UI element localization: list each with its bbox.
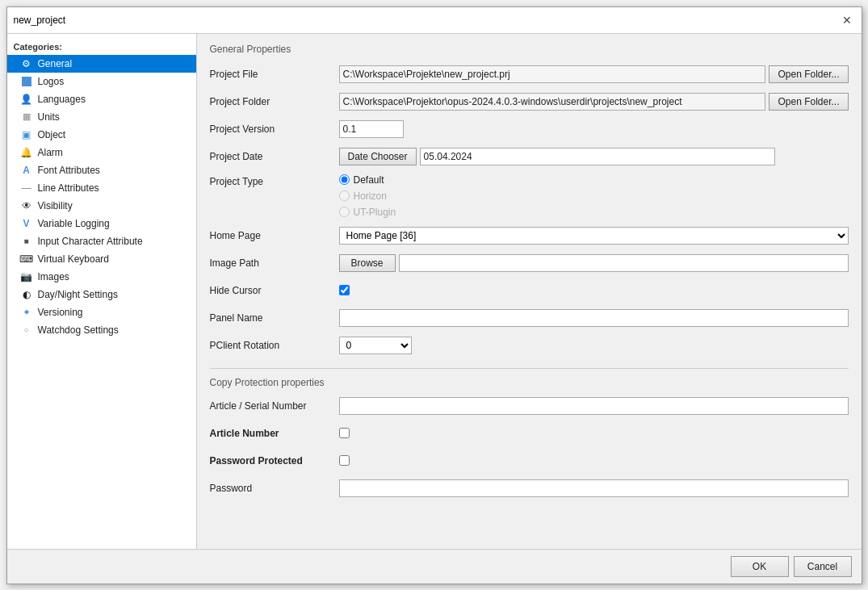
sidebar-item-label: Day/Night Settings <box>38 289 118 300</box>
sidebar-item-units[interactable]: ▦ Units <box>7 108 196 126</box>
project-date-row: Date Chooser <box>339 148 775 165</box>
project-date-input[interactable] <box>420 148 775 165</box>
sidebar-item-logos[interactable]: Logos <box>7 73 196 90</box>
project-folder-group: Project Folder Open Folder... <box>210 92 849 111</box>
sidebar-item-images[interactable]: 📷 Images <box>7 268 196 286</box>
hide-cursor-checkbox[interactable] <box>339 285 350 295</box>
project-type-group: Project Type Default Horizon UT-Plugin <box>210 174 849 218</box>
sidebar-item-day-night[interactable]: ◐ Day/Night Settings <box>7 286 196 303</box>
sidebar-item-label: Logos <box>38 76 65 87</box>
sidebar-item-label: Versioning <box>38 307 83 318</box>
sidebar-item-variable-logging[interactable]: V Variable Logging <box>7 215 196 232</box>
close-icon[interactable]: ✕ <box>839 12 855 28</box>
sidebar-item-virtual-keyboard[interactable]: ⌨ Virtual Keyboard <box>7 250 196 268</box>
diamond-icon: ✦ <box>20 306 33 319</box>
title-bar: new_project ✕ <box>7 7 862 34</box>
sidebar-item-alarm[interactable]: 🔔 Alarm <box>7 144 196 161</box>
home-page-label: Home Page <box>210 230 339 241</box>
sidebar-item-label: Languages <box>38 94 86 105</box>
pclient-rotation-select[interactable]: 0 90 180 270 <box>339 337 412 354</box>
project-version-input[interactable] <box>339 120 404 138</box>
sidebar-item-label: Visibility <box>38 200 73 211</box>
project-folder-input-group: Open Folder... <box>339 93 849 111</box>
copy-protection-title: Copy Protection properties <box>210 377 849 388</box>
password-protected-checkbox-wrap <box>339 455 350 466</box>
home-page-select[interactable]: Home Page [36] <box>339 227 849 245</box>
sidebar-item-label: Font Attributes <box>38 165 100 176</box>
open-folder-btn-1[interactable]: Open Folder... <box>769 65 848 83</box>
password-group: Password <box>210 479 849 498</box>
radio-default: Default <box>339 174 396 186</box>
project-file-group: Project File Open Folder... <box>210 65 849 84</box>
project-file-input[interactable] <box>339 65 766 83</box>
sidebar-item-label: Variable Logging <box>38 218 110 229</box>
project-folder-input[interactable] <box>339 93 766 111</box>
password-protected-label: Password Protected <box>210 455 339 467</box>
sidebar-item-label: Input Character Attribute <box>38 236 143 247</box>
project-folder-label: Project Folder <box>210 96 339 107</box>
sidebar-item-watchdog[interactable]: ○ Watchdog Settings <box>7 321 196 339</box>
open-folder-btn-2[interactable]: Open Folder... <box>769 93 848 111</box>
browse-btn[interactable]: Browse <box>339 254 396 272</box>
radio-ut-plugin-label: UT-Plugin <box>354 207 396 218</box>
grid-icon: ▦ <box>20 111 33 123</box>
keyboard-icon: ⌨ <box>20 253 33 266</box>
panel-name-input[interactable] <box>339 309 849 327</box>
radio-horizon-label: Horizon <box>354 190 387 202</box>
sidebar-item-input-char-attr[interactable]: ■ Input Character Attribute <box>7 232 196 250</box>
sidebar-item-label: Watchdog Settings <box>38 324 119 336</box>
dialog-footer: OK Cancel <box>7 549 862 584</box>
article-number-checkbox[interactable] <box>339 428 350 438</box>
sidebar-item-label: Object <box>38 129 66 140</box>
dialog-title: new_project <box>14 15 66 26</box>
article-number-group: Article Number <box>210 424 849 443</box>
sidebar-item-line-attributes[interactable]: ― Line Attributes <box>7 179 196 197</box>
panel-name-label: Panel Name <box>210 312 339 324</box>
sidebar-item-font-attributes[interactable]: A Font Attributes <box>7 161 196 179</box>
sidebar-item-label: Alarm <box>38 147 63 158</box>
password-protected-checkbox[interactable] <box>339 455 350 466</box>
sidebar-item-label: Virtual Keyboard <box>38 253 110 265</box>
project-version-group: Project Version <box>210 119 849 139</box>
project-date-label: Project Date <box>210 151 339 162</box>
radio-default-input[interactable] <box>339 174 350 185</box>
image-path-label: Image Path <box>210 257 339 269</box>
panel-name-group: Panel Name <box>210 308 849 328</box>
sidebar-item-general[interactable]: ⚙ General <box>7 55 196 73</box>
dialog: new_project ✕ Categories: ⚙ General Logo… <box>6 6 862 584</box>
image-path-input[interactable] <box>399 254 849 272</box>
people-icon: 👤 <box>20 93 33 106</box>
object-icon: ▣ <box>20 128 33 141</box>
sidebar-item-languages[interactable]: 👤 Languages <box>7 90 196 108</box>
password-protected-group: Password Protected <box>210 451 849 471</box>
article-number-checkbox-wrap <box>339 428 350 438</box>
image-path-row: Browse <box>339 254 849 272</box>
password-input[interactable] <box>339 479 849 497</box>
date-chooser-btn[interactable]: Date Chooser <box>339 148 417 165</box>
article-serial-label: Article / Serial Number <box>210 400 339 412</box>
circle-icon: ○ <box>20 324 33 337</box>
square-icon <box>20 75 33 88</box>
radio-ut-plugin-input[interactable] <box>339 207 350 217</box>
project-version-label: Project Version <box>210 123 339 135</box>
sidebar-item-object[interactable]: ▣ Object <box>7 126 196 144</box>
image-icon: 📷 <box>20 270 33 283</box>
radio-default-label: Default <box>354 174 384 186</box>
main-content: General Properties Project File Open Fol… <box>197 34 862 549</box>
radio-ut-plugin: UT-Plugin <box>339 207 396 218</box>
v-icon: V <box>20 217 33 230</box>
font-icon: A <box>20 164 33 177</box>
password-label: Password <box>210 483 339 494</box>
sidebar-item-visibility[interactable]: 👁 Visibility <box>7 197 196 215</box>
radio-horizon-input[interactable] <box>339 190 350 201</box>
pclient-rotation-label: PClient Rotation <box>210 340 339 351</box>
article-serial-input[interactable] <box>339 397 849 415</box>
ok-button[interactable]: OK <box>731 556 789 577</box>
cancel-button[interactable]: Cancel <box>794 556 852 577</box>
sidebar-item-versioning[interactable]: ✦ Versioning <box>7 303 196 321</box>
categories-label: Categories: <box>7 37 196 55</box>
project-type-options: Default Horizon UT-Plugin <box>339 174 396 218</box>
article-number-label: Article Number <box>210 428 339 439</box>
image-path-group: Image Path Browse <box>210 253 849 273</box>
dialog-body: Categories: ⚙ General Logos 👤 Languages … <box>7 34 862 549</box>
